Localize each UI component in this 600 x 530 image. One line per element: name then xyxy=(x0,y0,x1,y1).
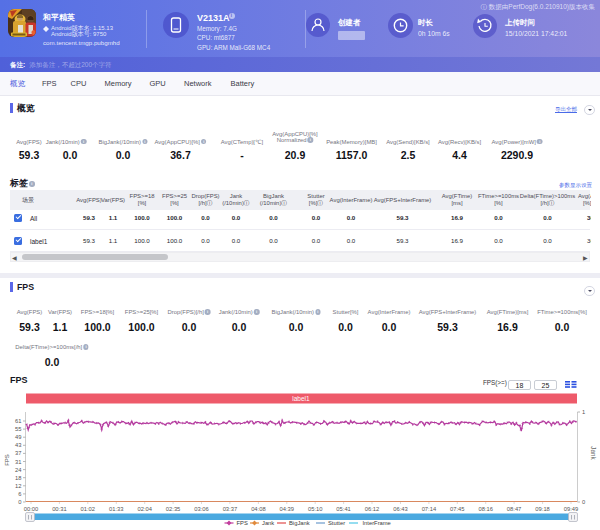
svg-text:0: 0 xyxy=(18,499,21,505)
svg-text:02:04: 02:04 xyxy=(137,506,152,512)
svg-text:Stutter: Stutter xyxy=(328,520,345,526)
svg-text:FPS: FPS xyxy=(237,520,248,526)
svg-text:07:45: 07:45 xyxy=(450,506,465,512)
svg-text:55: 55 xyxy=(15,426,21,432)
svg-text:02:35: 02:35 xyxy=(166,506,181,512)
svg-text:12: 12 xyxy=(15,483,21,489)
svg-text:05:41: 05:41 xyxy=(336,506,351,512)
svg-text:04:08: 04:08 xyxy=(251,506,266,512)
svg-text:06:43: 06:43 xyxy=(393,506,408,512)
svg-text:0: 0 xyxy=(582,499,585,505)
svg-text:06:12: 06:12 xyxy=(365,506,380,512)
svg-text:label1: label1 xyxy=(292,395,310,402)
svg-text:18: 18 xyxy=(15,475,21,481)
svg-text:04:39: 04:39 xyxy=(280,506,295,512)
svg-text:01:33: 01:33 xyxy=(109,506,124,512)
svg-text:FPS: FPS xyxy=(4,454,10,466)
svg-text:24: 24 xyxy=(15,467,22,473)
svg-text:07:14: 07:14 xyxy=(422,506,437,512)
svg-text:09:49: 09:49 xyxy=(564,506,579,512)
svg-text:1: 1 xyxy=(582,409,585,415)
svg-text:31: 31 xyxy=(15,459,21,465)
svg-text:00:00: 00:00 xyxy=(24,506,39,512)
svg-text:09:18: 09:18 xyxy=(535,506,550,512)
svg-text:Jank: Jank xyxy=(590,446,597,460)
svg-text:03:06: 03:06 xyxy=(194,506,209,512)
svg-text:00:31: 00:31 xyxy=(52,506,67,512)
svg-text:Jank: Jank xyxy=(262,520,274,526)
svg-text:6: 6 xyxy=(18,491,21,497)
svg-text:49: 49 xyxy=(15,434,21,440)
svg-text:37: 37 xyxy=(15,450,21,456)
svg-text:BigJank: BigJank xyxy=(289,520,310,526)
svg-text:03:37: 03:37 xyxy=(223,506,238,512)
svg-text:01:02: 01:02 xyxy=(81,506,96,512)
svg-text:61: 61 xyxy=(15,418,21,424)
svg-text:InterFrame: InterFrame xyxy=(363,520,391,526)
svg-text:08:47: 08:47 xyxy=(507,506,522,512)
svg-text:08:16: 08:16 xyxy=(478,506,493,512)
svg-text:05:10: 05:10 xyxy=(308,506,323,512)
svg-text:43: 43 xyxy=(15,442,21,448)
